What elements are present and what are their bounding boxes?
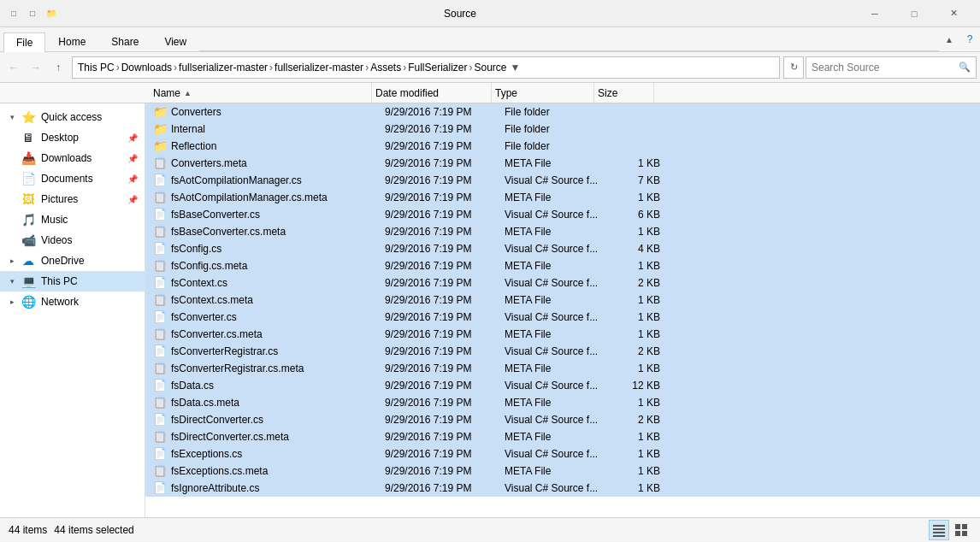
col-header-size[interactable]: Size [594, 83, 654, 103]
forward-button[interactable]: → [26, 57, 46, 78]
file-name: Reflection [171, 140, 385, 152]
maximize-button[interactable]: □ [894, 0, 934, 27]
up-button[interactable]: ↑ [48, 57, 68, 78]
tab-share[interactable]: Share [98, 32, 151, 51]
minimize-button[interactable]: ─ [855, 0, 894, 27]
table-row[interactable]: 📁 Internal 9/29/2016 7:19 PM File folder [145, 121, 980, 138]
file-name: fsBaseConverter.cs [171, 209, 385, 221]
file-icon: 📄 [152, 207, 168, 222]
file-name: fsConverterRegistrar.cs [171, 345, 385, 357]
help-button[interactable]: ? [959, 29, 980, 50]
svg-rect-5 [962, 524, 967, 529]
file-type: META File [505, 226, 607, 238]
file-size: 1 KB [607, 482, 667, 494]
file-icon: 📁 [152, 121, 168, 137]
search-box[interactable]: 🔍 [806, 56, 977, 79]
table-row[interactable]: 📁 Converters 9/29/2016 7:19 PM File fold… [145, 103, 980, 121]
bc-item-thispc[interactable]: This PC [78, 62, 115, 74]
app-icon-2: □ [26, 7, 39, 21]
tab-view[interactable]: View [151, 32, 199, 51]
table-row[interactable]: 📋 Converters.meta 9/29/2016 7:19 PM META… [145, 155, 980, 172]
bc-item-fs2[interactable]: fullserializer-master [275, 62, 363, 74]
file-icon: 📋 [152, 190, 168, 205]
sidebar-label-music: Music [41, 214, 68, 226]
table-row[interactable]: 📄 fsContext.cs 9/29/2016 7:19 PM Visual … [145, 274, 980, 292]
main-area: ▾ ⭐ Quick access 🖥 Desktop 📌 📥 Downloads… [0, 103, 980, 517]
tab-home[interactable]: Home [45, 32, 98, 51]
bc-item-downloads[interactable]: Downloads [121, 62, 172, 74]
table-row[interactable]: 📄 fsIgnoreAttribute.cs 9/29/2016 7:19 PM… [145, 480, 980, 497]
col-header-type[interactable]: Type [492, 83, 594, 103]
table-row[interactable]: 📄 fsConverter.cs 9/29/2016 7:19 PM Visua… [145, 309, 980, 326]
table-row[interactable]: 📋 fsConverterRegistrar.cs.meta 9/29/2016… [145, 360, 980, 377]
desktop-icon: 🖥 [21, 130, 36, 145]
refresh-button[interactable]: ↻ [783, 56, 804, 79]
bc-item-fullserializer[interactable]: FullSerializer [408, 62, 467, 74]
expand-icon-pc: ▾ [10, 277, 19, 286]
table-row[interactable]: 📋 fsExceptions.cs.meta 9/29/2016 7:19 PM… [145, 462, 980, 480]
breadcrumb-dropdown[interactable]: ▼ [509, 62, 522, 74]
sidebar-item-network[interactable]: ▸ 🌐 Network [0, 292, 145, 312]
sidebar-item-videos[interactable]: 📹 Videos [0, 230, 145, 250]
table-row[interactable]: 📋 fsConfig.cs.meta 9/29/2016 7:19 PM MET… [145, 257, 980, 274]
sidebar-label-quick-access: Quick access [41, 111, 102, 123]
sidebar-item-documents[interactable]: 📄 Documents 📌 [0, 168, 145, 189]
close-button[interactable]: ✕ [934, 0, 973, 27]
search-input[interactable] [812, 62, 955, 74]
sidebar-item-downloads[interactable]: 📥 Downloads 📌 [0, 148, 145, 168]
bc-item-fs1[interactable]: fullserializer-master [179, 62, 268, 74]
col-header-date[interactable]: Date modified [372, 83, 492, 103]
table-row[interactable]: 📄 fsAotCompilationManager.cs 9/29/2016 7… [145, 172, 980, 189]
file-type: Visual C# Source f... [505, 174, 607, 186]
svg-rect-0 [933, 525, 945, 527]
file-date: 9/29/2016 7:19 PM [385, 345, 505, 357]
table-row[interactable]: 📋 fsContext.cs.meta 9/29/2016 7:19 PM ME… [145, 292, 980, 309]
table-row[interactable]: 📄 fsDirectConverter.cs 9/29/2016 7:19 PM… [145, 411, 980, 428]
back-button[interactable]: ← [3, 57, 24, 78]
table-row[interactable]: 📋 fsData.cs.meta 9/29/2016 7:19 PM META … [145, 394, 980, 411]
sidebar-item-music[interactable]: 🎵 Music [0, 209, 145, 230]
file-name: fsContext.cs.meta [171, 294, 385, 306]
tab-file[interactable]: File [3, 32, 45, 52]
sidebar-item-desktop[interactable]: 🖥 Desktop 📌 [0, 127, 145, 148]
sidebar-item-onedrive[interactable]: ▸ ☁ OneDrive [0, 250, 145, 271]
table-row[interactable]: 📄 fsConfig.cs 9/29/2016 7:19 PM Visual C… [145, 240, 980, 257]
file-size: 2 KB [607, 414, 667, 426]
table-row[interactable]: 📄 fsExceptions.cs 9/29/2016 7:19 PM Visu… [145, 445, 980, 462]
view-details-button[interactable] [929, 520, 949, 540]
breadcrumb[interactable]: This PC › Downloads › fullserializer-mas… [72, 56, 780, 79]
bc-item-assets[interactable]: Assets [370, 62, 401, 74]
file-size: 1 KB [607, 465, 667, 477]
file-date: 9/29/2016 7:19 PM [385, 397, 505, 409]
col-header-name[interactable]: Name ▲ [150, 83, 372, 103]
table-row[interactable]: 📄 fsBaseConverter.cs 9/29/2016 7:19 PM V… [145, 206, 980, 223]
sidebar-item-quick-access[interactable]: ▾ ⭐ Quick access [0, 107, 145, 127]
ribbon-toggle[interactable]: ▲ [939, 29, 959, 50]
table-row[interactable]: 📋 fsBaseConverter.cs.meta 9/29/2016 7:19… [145, 223, 980, 240]
title-bar: □ □ 📁 Source ─ □ ✕ [0, 0, 980, 27]
expand-icon: ▾ [10, 113, 19, 121]
file-list[interactable]: 📁 Converters 9/29/2016 7:19 PM File fold… [145, 103, 980, 517]
file-size: 1 KB [607, 191, 667, 203]
table-row[interactable]: 📋 fsConverter.cs.meta 9/29/2016 7:19 PM … [145, 326, 980, 343]
pin-icon-doc: 📌 [127, 174, 138, 184]
table-row[interactable]: 📄 fsConverterRegistrar.cs 9/29/2016 7:19… [145, 343, 980, 360]
file-type: File folder [505, 123, 607, 135]
music-icon: 🎵 [21, 212, 36, 227]
bc-sep-5: › [403, 62, 406, 74]
table-row[interactable]: 📋 fsDirectConverter.cs.meta 9/29/2016 7:… [145, 428, 980, 445]
table-row[interactable]: 📋 fsAotCompilationManager.cs.meta 9/29/2… [145, 189, 980, 206]
table-row[interactable]: 📁 Reflection 9/29/2016 7:19 PM File fold… [145, 138, 980, 155]
sidebar-item-thispc[interactable]: ▾ 💻 This PC [0, 271, 145, 292]
file-name: fsIgnoreAttribute.cs [171, 482, 385, 494]
file-date: 9/29/2016 7:19 PM [385, 311, 505, 323]
svg-rect-7 [962, 531, 967, 536]
table-row[interactable]: 📄 fsData.cs 9/29/2016 7:19 PM Visual C# … [145, 377, 980, 394]
view-large-icons-button[interactable] [951, 520, 971, 540]
expand-icon-od: ▸ [10, 256, 19, 265]
file-icon: 📋 [152, 395, 168, 410]
status-right [929, 520, 971, 540]
sidebar-item-pictures[interactable]: 🖼 Pictures 📌 [0, 189, 145, 209]
file-size: 2 KB [607, 277, 667, 289]
file-icon: 📋 [152, 361, 168, 376]
